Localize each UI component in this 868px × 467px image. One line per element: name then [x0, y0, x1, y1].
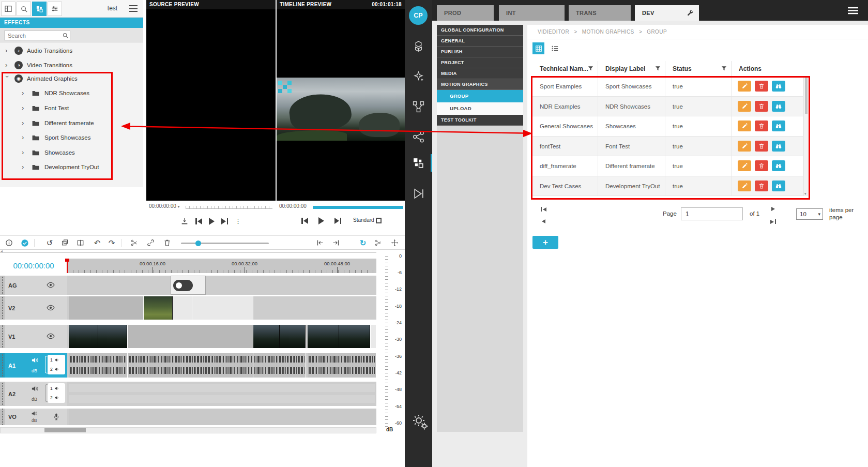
video-clip[interactable]: [253, 325, 306, 348]
info-button[interactable]: [5, 239, 13, 247]
play-button[interactable]: [318, 217, 324, 224]
audio-clip[interactable]: [308, 353, 376, 378]
video-clip[interactable]: [144, 296, 192, 320]
eye-icon[interactable]: [47, 282, 55, 288]
audio-clip[interactable]: [69, 353, 128, 378]
track-a2-header[interactable]: A2 dB 1 2: [0, 382, 67, 406]
nav-group[interactable]: GROUP: [437, 90, 523, 102]
microphone-icon[interactable]: [53, 413, 60, 421]
go-to-start-button[interactable]: [301, 218, 308, 224]
tree-item-audio-transitions[interactable]: › ♪ Audio Transitions: [0, 43, 143, 58]
video-clip[interactable]: [69, 325, 128, 348]
edit-button[interactable]: [738, 180, 751, 191]
page-size-select[interactable]: 10▾: [796, 208, 823, 220]
speaker-icon[interactable]: [31, 356, 39, 364]
go-to-end-button[interactable]: [334, 218, 341, 224]
nav-motion-graphics[interactable]: MOTION GRAPHICS: [437, 79, 523, 90]
eye-icon[interactable]: [47, 305, 55, 311]
video-clip[interactable]: [192, 296, 253, 320]
history-button[interactable]: ↺: [45, 239, 54, 247]
drag-handle[interactable]: [0, 382, 5, 406]
next-page-button[interactable]: [771, 207, 775, 211]
channel-2[interactable]: 2: [48, 393, 65, 402]
nav-publish[interactable]: PUBLISH: [437, 47, 523, 57]
search-input[interactable]: [4, 31, 70, 40]
edit-button[interactable]: [738, 160, 751, 171]
delete-clip-button[interactable]: [163, 239, 172, 247]
mixer-button[interactable]: [48, 2, 62, 16]
track-v2-header[interactable]: V2: [0, 296, 67, 320]
tree-item-video-transitions[interactable]: › ◑ Video Transitions: [0, 58, 143, 72]
settings-button[interactable]: [412, 414, 425, 431]
speaker-icon[interactable]: [31, 410, 38, 417]
move-tool-button[interactable]: [391, 239, 399, 247]
source-preview-video[interactable]: [146, 9, 276, 201]
scroll-left-icon[interactable]: ◂: [1, 249, 3, 253]
video-clip[interactable]: [128, 325, 253, 348]
nav-global-configuration[interactable]: GLOBAL CONFIGURATION: [437, 25, 523, 36]
video-clip[interactable]: [371, 325, 376, 348]
breadcrumb-segment[interactable]: VIDIEDITOR: [538, 29, 569, 35]
breadcrumb-segment[interactable]: MOTION GRAPHICS: [582, 29, 634, 35]
trim-out-button[interactable]: [332, 239, 340, 247]
table-view-button[interactable]: [532, 42, 544, 54]
zoom-slider-handle[interactable]: [195, 240, 201, 246]
quality-selector[interactable]: Standard: [353, 217, 374, 223]
track-v1-header[interactable]: V1: [0, 325, 67, 348]
workflow-button[interactable]: [412, 100, 425, 113]
video-clip[interactable]: [308, 325, 371, 348]
column-header-status[interactable]: Status: [665, 61, 732, 76]
tree-item-sport-showcases[interactable]: › Sport Showcases: [0, 130, 143, 145]
motion-graphics-button[interactable]: [412, 157, 425, 170]
scrollbar-thumb[interactable]: [805, 78, 808, 114]
timeline-preview-video[interactable]: [277, 9, 405, 201]
graphics-clip[interactable]: [171, 276, 206, 295]
avatar[interactable]: CP: [409, 6, 428, 25]
audio-clip[interactable]: [128, 353, 253, 378]
delete-button[interactable]: [755, 120, 768, 131]
preview-button[interactable]: [772, 160, 785, 171]
split-clip-button[interactable]: [77, 239, 85, 247]
edit-button[interactable]: [738, 81, 751, 92]
video-clip[interactable]: [69, 296, 144, 320]
eye-icon[interactable]: [47, 333, 55, 339]
table-scrollbar[interactable]: ▾: [803, 77, 808, 196]
playout-button[interactable]: [412, 187, 425, 200]
snapping-toggle[interactable]: [21, 239, 29, 247]
db-label[interactable]: dB: [32, 397, 37, 402]
tab-int[interactable]: INT: [499, 5, 565, 21]
filter-icon[interactable]: [654, 65, 661, 72]
timeline-ruler[interactable]: 00:00:16:00 00:00:32:00 00:00:48:00: [67, 259, 376, 273]
channel-1[interactable]: 1: [48, 355, 65, 365]
nav-upload[interactable]: UPLOAD: [437, 102, 523, 115]
first-page-button[interactable]: [541, 207, 546, 212]
tab-prod[interactable]: PROD: [437, 5, 494, 21]
preview-button[interactable]: [772, 120, 785, 131]
channel-1[interactable]: 1: [48, 384, 65, 393]
redo-button[interactable]: ↷: [108, 239, 116, 247]
preview-button[interactable]: [772, 141, 785, 152]
timeline-scrollbar-top[interactable]: [0, 252, 376, 253]
editor-menu-button[interactable]: [129, 5, 138, 12]
delete-button[interactable]: [755, 101, 768, 112]
tab-dev[interactable]: DEV: [635, 5, 699, 21]
fullscreen-icon[interactable]: [376, 218, 382, 223]
tree-item-ndr-showcases[interactable]: › NDR Showcases: [0, 86, 143, 100]
prev-page-button[interactable]: [542, 219, 545, 223]
tree-item-font-test[interactable]: › Font Test: [0, 101, 143, 115]
nav-general[interactable]: GENERAL: [437, 36, 523, 47]
more-options-icon[interactable]: ⋮: [235, 218, 241, 224]
list-view-button[interactable]: [549, 42, 561, 54]
edit-button[interactable]: [738, 101, 751, 112]
refresh-button[interactable]: ↻: [359, 239, 367, 247]
delete-button[interactable]: [755, 180, 768, 191]
drag-handle[interactable]: [0, 325, 5, 348]
nav-project[interactable]: PROJECT: [437, 57, 523, 68]
tree-item-showcases[interactable]: › Showcases: [0, 145, 143, 160]
insert-to-timeline-icon[interactable]: [180, 217, 189, 225]
trim-in-button[interactable]: [316, 239, 325, 247]
unlink-button[interactable]: [147, 239, 155, 247]
preview-button[interactable]: [772, 101, 785, 112]
audio-clip[interactable]: [253, 353, 306, 378]
drag-handle[interactable]: [0, 353, 5, 378]
